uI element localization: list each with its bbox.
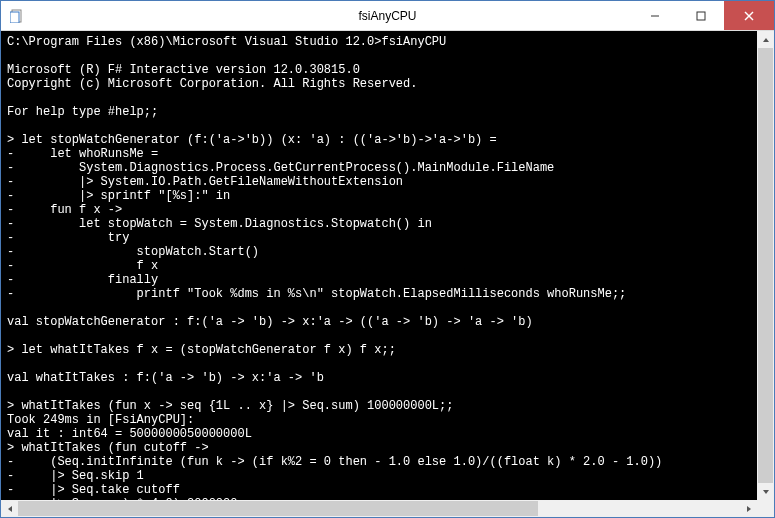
window-controls: [632, 1, 774, 30]
scroll-up-button[interactable]: [757, 31, 774, 48]
scroll-thumb-horizontal[interactable]: [18, 501, 538, 516]
svg-marker-9: [747, 506, 751, 512]
terminal-output[interactable]: C:\Program Files (x86)\Microsoft Visual …: [1, 31, 757, 500]
horizontal-scrollbar[interactable]: [1, 500, 757, 517]
scroll-right-button[interactable]: [740, 500, 757, 517]
maximize-button[interactable]: [678, 1, 724, 30]
scroll-track-vertical[interactable]: [757, 48, 774, 483]
scroll-track-horizontal[interactable]: [18, 500, 740, 517]
scrollbar-corner: [757, 500, 774, 517]
svg-marker-6: [763, 38, 769, 42]
svg-rect-3: [697, 12, 705, 20]
vertical-scrollbar[interactable]: [757, 31, 774, 500]
close-button[interactable]: [724, 1, 774, 30]
app-icon: [9, 8, 25, 24]
scroll-down-button[interactable]: [757, 483, 774, 500]
window-title: fsiAnyCPU: [358, 9, 416, 23]
svg-rect-1: [10, 12, 19, 23]
scroll-left-button[interactable]: [1, 500, 18, 517]
terminal-container: C:\Program Files (x86)\Microsoft Visual …: [1, 31, 774, 517]
scroll-thumb-vertical[interactable]: [758, 48, 773, 483]
svg-marker-8: [8, 506, 12, 512]
svg-marker-7: [763, 490, 769, 494]
titlebar[interactable]: fsiAnyCPU: [1, 1, 774, 31]
minimize-button[interactable]: [632, 1, 678, 30]
